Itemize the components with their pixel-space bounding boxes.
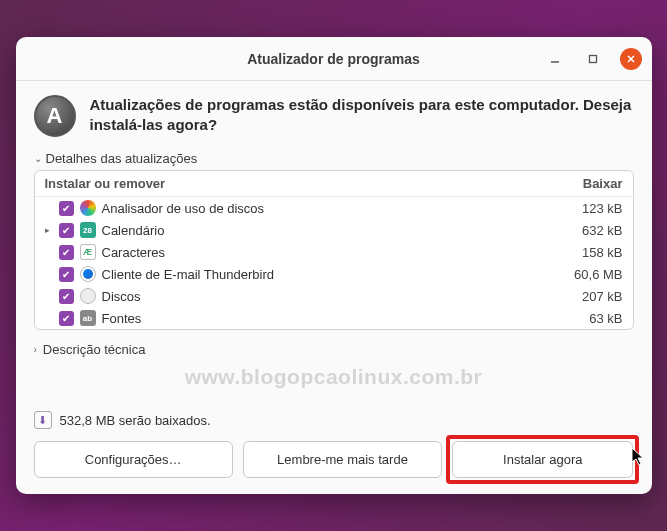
list-item[interactable]: ✔ Analisador de uso de discos 123 kB	[35, 197, 633, 219]
tech-desc-label: Descrição técnica	[43, 342, 146, 357]
remind-later-button[interactable]: Lembre-me mais tarde	[243, 441, 442, 478]
content-area: A Atualizações de programas estão dispon…	[16, 81, 652, 494]
maximize-button[interactable]	[582, 48, 604, 70]
col-size-header: Baixar	[543, 176, 623, 191]
item-size: 60,6 MB	[543, 267, 623, 282]
item-name: Fontes	[102, 311, 543, 326]
technical-description-toggle[interactable]: › Descrição técnica	[34, 342, 634, 357]
checkbox-checked-icon[interactable]: ✔	[59, 245, 74, 260]
fonts-icon: ab	[80, 310, 96, 326]
chevron-right-icon: ›	[34, 344, 37, 355]
item-name: Cliente de E-mail Thunderbird	[102, 267, 543, 282]
close-button[interactable]	[620, 48, 642, 70]
updater-window: Atualizador de programas A Atualizações …	[16, 37, 652, 494]
checkbox-checked-icon[interactable]: ✔	[59, 223, 74, 238]
item-name: Caracteres	[102, 245, 543, 260]
item-size: 158 kB	[543, 245, 623, 260]
item-size: 63 kB	[543, 311, 623, 326]
item-name: Analisador de uso de discos	[102, 201, 543, 216]
download-icon: ⬇	[34, 411, 52, 429]
list-item[interactable]: ✔ Æ Caracteres 158 kB	[35, 241, 633, 263]
list-item[interactable]: ✔ Discos 207 kB	[35, 285, 633, 307]
checkbox-checked-icon[interactable]: ✔	[59, 311, 74, 326]
calendar-icon: 28	[80, 222, 96, 238]
item-name: Calendário	[102, 223, 543, 238]
disk-usage-icon	[80, 200, 96, 216]
checkbox-checked-icon[interactable]: ✔	[59, 267, 74, 282]
updates-header: Instalar ou remover Baixar	[35, 171, 633, 197]
maximize-icon	[588, 54, 598, 64]
svg-rect-1	[589, 55, 596, 62]
details-toggle-label: Detalhes das atualizações	[46, 151, 198, 166]
list-item[interactable]: ▸ ✔ 28 Calendário 632 kB	[35, 219, 633, 241]
updates-list: Instalar ou remover Baixar ✔ Analisador …	[34, 170, 634, 330]
chevron-down-icon: ⌄	[34, 153, 42, 164]
checkbox-checked-icon[interactable]: ✔	[59, 289, 74, 304]
window-controls	[544, 48, 642, 70]
item-name: Discos	[102, 289, 543, 304]
header-text: Atualizações de programas estão disponív…	[90, 95, 634, 134]
item-size: 632 kB	[543, 223, 623, 238]
install-highlight: Instalar agora	[446, 435, 639, 484]
titlebar: Atualizador de programas	[16, 37, 652, 81]
list-item[interactable]: ✔ ab Fontes 63 kB	[35, 307, 633, 329]
minimize-icon	[550, 54, 560, 64]
button-row: Configurações… Lembre-me mais tarde Inst…	[34, 441, 634, 478]
checkbox-checked-icon[interactable]: ✔	[59, 201, 74, 216]
item-size: 123 kB	[543, 201, 623, 216]
header-row: A Atualizações de programas estão dispon…	[34, 95, 634, 137]
minimize-button[interactable]	[544, 48, 566, 70]
list-item[interactable]: ✔ Cliente de E-mail Thunderbird 60,6 MB	[35, 263, 633, 285]
download-status: ⬇ 532,8 MB serão baixados.	[34, 411, 634, 429]
characters-icon: Æ	[80, 244, 96, 260]
thunderbird-icon	[80, 266, 96, 282]
item-size: 207 kB	[543, 289, 623, 304]
details-toggle[interactable]: ⌄ Detalhes das atualizações	[34, 151, 634, 166]
install-now-button[interactable]: Instalar agora	[452, 441, 633, 478]
close-icon	[626, 54, 636, 64]
status-text: 532,8 MB serão baixados.	[60, 413, 211, 428]
settings-button[interactable]: Configurações…	[34, 441, 233, 478]
col-install-header: Instalar ou remover	[45, 176, 543, 191]
updater-app-icon: A	[34, 95, 76, 137]
chevron-right-icon[interactable]: ▸	[45, 225, 59, 235]
disks-icon	[80, 288, 96, 304]
watermark-text: www.blogopcaolinux.com.br	[34, 365, 634, 389]
